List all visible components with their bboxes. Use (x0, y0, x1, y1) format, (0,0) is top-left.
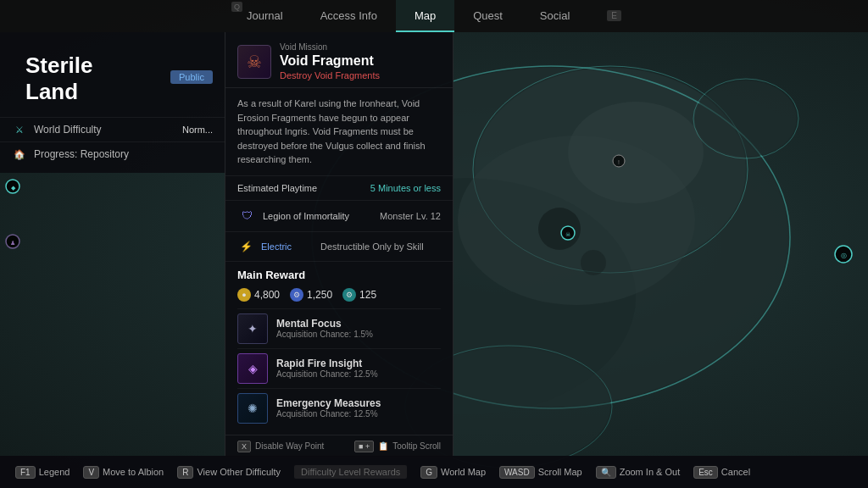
svg-point-19 (6, 235, 19, 248)
teal-currency-icon: ⚙ (342, 288, 356, 302)
v-key: V (83, 466, 99, 479)
reward-icon-1: ◈ (237, 353, 268, 384)
playtime-row: Estimated Playtime 5 Minutes or less (225, 176, 453, 201)
difficulty-level-rewards: Difficulty Level Rewards (287, 465, 414, 479)
reward-title: Main Reward (237, 269, 441, 281)
reward-icon-0: ✦ (237, 313, 268, 344)
card-mission-icon: ☠ (237, 45, 271, 79)
tab-quest-label: Quest (473, 9, 503, 22)
waypoint-btn[interactable]: X Disable Way Point (237, 441, 324, 452)
move-to-albion-label: Move to Albion (103, 467, 164, 477)
tooltip-combo-key: ■ + (354, 441, 374, 452)
cancel-label: Cancel (721, 467, 750, 477)
world-difficulty-row: ⚔ World Difficulty Norm... (0, 117, 225, 141)
svg-text:☠: ☠ (565, 231, 570, 237)
svg-text:◆: ◆ (11, 185, 16, 191)
reward-chance-1: Acquisition Chance: 12.5% (276, 369, 441, 379)
element-icon: ⚡ (237, 238, 254, 255)
left-panel: Sterile Land Public ⚔ World Difficulty N… (0, 32, 225, 173)
blue-currency-icon: ⚙ (290, 288, 303, 302)
cancel-btn[interactable]: Esc Cancel (687, 466, 757, 479)
svg-point-1 (475, 68, 746, 271)
element-name: Electric (261, 241, 320, 252)
reward-info-1: Rapid Fire Insight Acquisition Chance: 1… (276, 358, 441, 379)
tooltip-label: Tooltip Scroll (392, 441, 441, 451)
wasd-key: WASD (499, 466, 535, 479)
waypoint-key: X (237, 441, 251, 452)
difficulty-level-rewards-label: Difficulty Level Rewards (294, 465, 407, 479)
progress-label: Progress: Repository (34, 148, 213, 160)
tab-access-info[interactable]: Access Info (302, 0, 396, 32)
reward-icon-2: ✺ (237, 393, 268, 424)
reward-item-0: ✦ Mental Focus Acquisition Chance: 1.5% (237, 308, 441, 348)
zoom-icon-key: 🔍 (596, 466, 616, 479)
world-map-btn[interactable]: G World Map (414, 466, 492, 479)
reward-name-2: Emergency Measures (276, 397, 441, 409)
reward-item-1: ◈ Rapid Fire Insight Acquisition Chance:… (237, 348, 441, 388)
card-footer: X Disable Way Point ■ + 📋 Tooltip Scroll (225, 435, 453, 458)
svg-point-4 (473, 66, 748, 273)
tab-map[interactable]: Map (396, 0, 454, 32)
region-badge: Public (170, 70, 213, 84)
tab-journal-label: Journal (247, 9, 283, 22)
element-description: Destructible Only by Skill (320, 241, 424, 252)
r-key: R (177, 466, 193, 479)
gold-value: 4,800 (254, 289, 280, 301)
svg-text:◎: ◎ (841, 252, 847, 259)
card-description: As a result of Karel using the Ironheart… (225, 88, 453, 176)
playtime-label: Estimated Playtime (237, 183, 317, 193)
reward-info-0: Mental Focus Acquisition Chance: 1.5% (276, 318, 441, 339)
scroll-map-btn[interactable]: WASD Scroll Map (492, 466, 589, 479)
enemy-name: Legion of Immortality (263, 211, 380, 221)
f1-key: F1 (15, 466, 36, 479)
card-subtitle: Destroy Void Fragments (280, 70, 441, 80)
currency-blue: ⚙ 1,250 (290, 288, 332, 302)
waypoint-label: Disable Way Point (255, 441, 324, 451)
world-map-label: World Map (441, 467, 486, 477)
esc-key: Esc (693, 466, 718, 479)
blue-value: 1,250 (307, 289, 332, 301)
info-card: ☠ Void Mission Void Fragment Destroy Voi… (225, 32, 453, 458)
tab-e-key[interactable]: E (588, 0, 640, 32)
tab-quest[interactable]: Quest (454, 0, 521, 32)
svg-point-17 (6, 180, 19, 193)
svg-text:!: ! (618, 159, 620, 165)
reward-chance-0: Acquisition Chance: 1.5% (276, 330, 441, 339)
currency-gold: ● 4,800 (237, 288, 280, 302)
view-other-difficulty-btn[interactable]: R View Other Difficulty (170, 466, 287, 479)
tooltip-scroll-btn[interactable]: ■ + 📋 Tooltip Scroll (354, 441, 441, 452)
reward-currencies: ● 4,800 ⚙ 1,250 ⚙ 125 (237, 288, 441, 302)
reward-item-2: ✺ Emergency Measures Acquisition Chance:… (237, 388, 441, 428)
mission-icon-symbol: ☠ (247, 52, 262, 72)
gold-icon: ● (237, 288, 251, 302)
tab-map-label: Map (415, 9, 436, 22)
journal-key: Q (231, 2, 242, 12)
move-to-albion-btn[interactable]: V Move to Albion (76, 466, 170, 479)
teal-value: 125 (359, 289, 376, 301)
svg-point-8 (693, 79, 798, 158)
world-difficulty-value: Norm... (182, 125, 213, 135)
g-key: G (420, 466, 437, 479)
progress-row: 🏠 Progress: Repository (0, 141, 225, 166)
svg-point-13 (561, 226, 575, 240)
progress-icon: 🏠 (12, 147, 27, 162)
reward-section: Main Reward ● 4,800 ⚙ 1,250 ⚙ 125 ✦ Ment… (225, 262, 453, 435)
tab-social[interactable]: Social (521, 0, 588, 32)
enemy-row: 🛡 Legion of Immortality Monster Lv. 12 (225, 201, 453, 232)
currency-teal: ⚙ 125 (342, 288, 376, 302)
top-navigation: Q Journal Access Info Map Quest Social E (0, 0, 868, 32)
mission-type: Void Mission (280, 42, 441, 52)
zoom-label: Zoom In & Out (620, 467, 681, 477)
legend-btn[interactable]: F1 Legend (8, 466, 76, 479)
world-difficulty-icon: ⚔ (12, 122, 27, 137)
reward-name-0: Mental Focus (276, 318, 441, 330)
svg-point-12 (581, 250, 606, 275)
scroll-map-label: Scroll Map (538, 467, 582, 477)
legend-label: Legend (39, 467, 70, 477)
svg-point-15 (613, 155, 625, 167)
card-title: Void Fragment (280, 53, 441, 69)
element-row: ⚡ Electric Destructible Only by Skill (225, 232, 453, 262)
reward-chance-2: Acquisition Chance: 12.5% (276, 409, 441, 419)
zoom-btn[interactable]: 🔍 Zoom In & Out (589, 466, 687, 479)
tab-journal[interactable]: Q Journal (228, 0, 302, 32)
